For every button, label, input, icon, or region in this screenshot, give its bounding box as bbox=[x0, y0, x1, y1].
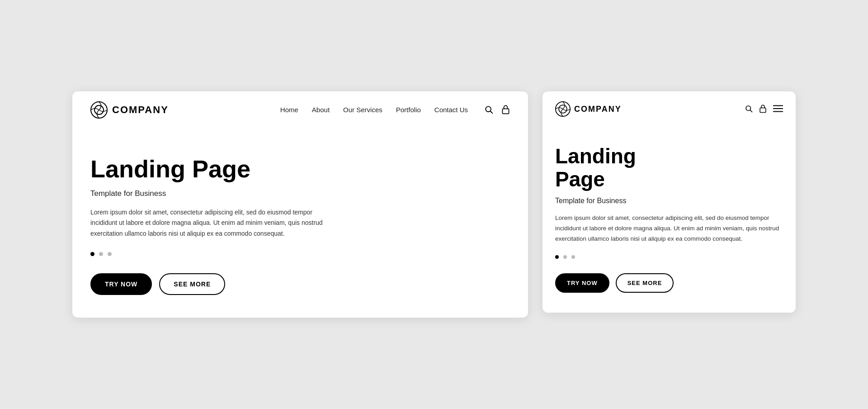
mobile-hero-subtitle: Template for Business bbox=[555, 197, 783, 205]
desktop-hero: Landing Page Template for Business Lorem… bbox=[72, 128, 528, 318]
mobile-navbar: COMPANY bbox=[542, 91, 796, 127]
page-wrapper: COMPANY Home About Our Services Portfoli… bbox=[72, 91, 796, 318]
nav-item-portfolio[interactable]: Portfolio bbox=[396, 106, 421, 114]
desktop-dot-2 bbox=[99, 252, 103, 256]
nav-item-home[interactable]: Home bbox=[280, 106, 298, 114]
desktop-see-more-button[interactable]: SEE MORE bbox=[159, 273, 225, 295]
desktop-hero-buttons: TRY NOW SEE MORE bbox=[90, 273, 510, 295]
mobile-dots bbox=[555, 255, 783, 259]
mobile-search-icon bbox=[745, 105, 753, 113]
svg-rect-9 bbox=[760, 108, 766, 112]
mobile-search-button[interactable] bbox=[745, 105, 753, 114]
mobile-nav-icons bbox=[745, 104, 783, 114]
desktop-navbar: COMPANY Home About Our Services Portfoli… bbox=[72, 91, 528, 128]
desktop-logo-area: COMPANY bbox=[90, 101, 169, 119]
mobile-hero-title: Landing Page bbox=[555, 145, 783, 190]
mobile-lock-icon bbox=[759, 104, 767, 113]
desktop-lock-button[interactable] bbox=[501, 105, 510, 116]
desktop-nav-icons bbox=[484, 105, 510, 116]
mobile-logo-area: COMPANY bbox=[555, 101, 622, 117]
desktop-preview-card: COMPANY Home About Our Services Portfoli… bbox=[72, 91, 528, 318]
desktop-dot-3 bbox=[108, 252, 112, 256]
mobile-hero-body: Lorem ipsum dolor sit amet, consectetur … bbox=[555, 213, 783, 244]
desktop-logo-icon bbox=[90, 101, 108, 119]
desktop-hero-title: Landing Page bbox=[90, 156, 510, 182]
mobile-menu-button[interactable] bbox=[773, 105, 783, 114]
svg-rect-4 bbox=[502, 109, 509, 114]
desktop-search-button[interactable] bbox=[484, 105, 493, 115]
desktop-dot-1 bbox=[90, 252, 94, 256]
mobile-dot-2 bbox=[563, 255, 567, 259]
nav-item-about[interactable]: About bbox=[312, 106, 330, 114]
svg-line-8 bbox=[750, 110, 752, 112]
desktop-try-now-button[interactable]: TRY NOW bbox=[90, 273, 152, 295]
mobile-hero-buttons: TRY NOW SEE MORE bbox=[555, 273, 783, 293]
desktop-hero-body: Lorem ipsum dolor sit amet, consectetur … bbox=[90, 207, 326, 239]
desktop-nav-links: Home About Our Services Portfolio Contac… bbox=[280, 106, 468, 114]
mobile-preview-card: COMPANY bbox=[542, 91, 796, 313]
nav-item-contact[interactable]: Contact Us bbox=[434, 106, 468, 114]
mobile-see-more-button[interactable]: SEE MORE bbox=[616, 273, 674, 293]
lock-icon bbox=[501, 105, 510, 114]
nav-item-services[interactable]: Our Services bbox=[343, 106, 382, 114]
mobile-logo-text: COMPANY bbox=[574, 105, 622, 114]
mobile-dot-1 bbox=[555, 255, 559, 259]
nav-link-services[interactable]: Our Services bbox=[343, 106, 382, 114]
mobile-dot-3 bbox=[571, 255, 575, 259]
mobile-hero: Landing Page Template for Business Lorem… bbox=[542, 127, 796, 313]
search-icon bbox=[484, 105, 493, 114]
nav-link-home[interactable]: Home bbox=[280, 106, 298, 114]
nav-link-contact[interactable]: Contact Us bbox=[434, 106, 468, 114]
desktop-logo-text: COMPANY bbox=[112, 104, 169, 116]
nav-link-about[interactable]: About bbox=[312, 106, 330, 114]
mobile-logo-icon bbox=[555, 101, 571, 117]
mobile-hero-title-line2: Page bbox=[555, 167, 605, 191]
mobile-lock-button[interactable] bbox=[759, 104, 767, 114]
desktop-hero-subtitle: Template for Business bbox=[90, 189, 510, 198]
mobile-try-now-button[interactable]: TRY NOW bbox=[555, 273, 609, 293]
hamburger-icon bbox=[773, 105, 783, 113]
mobile-hero-title-line1: Landing bbox=[555, 144, 636, 168]
desktop-dots bbox=[90, 252, 510, 256]
nav-link-portfolio[interactable]: Portfolio bbox=[396, 106, 421, 114]
svg-line-3 bbox=[491, 111, 493, 113]
